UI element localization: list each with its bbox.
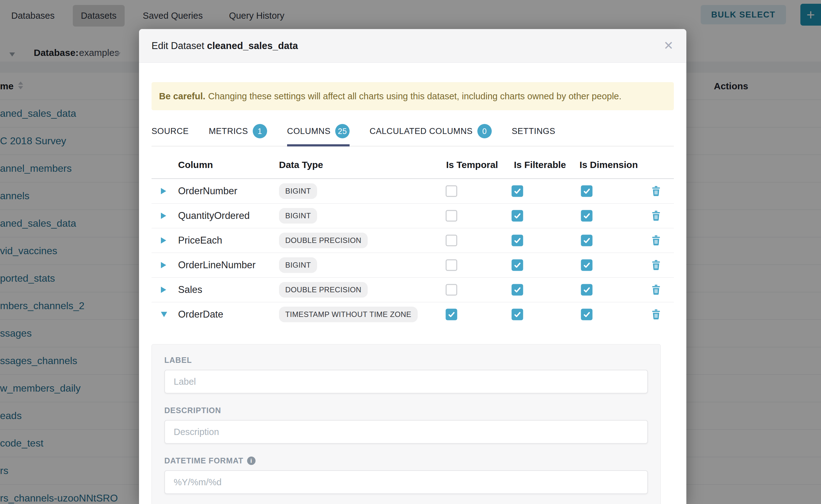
data-type-pill: DOUBLE PRECISION [279, 233, 368, 248]
collapse-caret-icon[interactable] [161, 312, 167, 317]
info-icon[interactable]: i [247, 457, 255, 465]
columns-count-badge: 25 [335, 124, 349, 138]
expand-caret-icon[interactable] [161, 237, 166, 244]
tab-calculated-columns-label: CALCULATED COLUMNS [369, 126, 473, 136]
warning-banner-bold: Be careful. [159, 91, 205, 101]
tab-settings-label: SETTINGS [512, 126, 556, 136]
datetime-format-input[interactable] [164, 470, 648, 494]
header-data-type: Data Type [279, 160, 323, 170]
is-temporal-checkbox[interactable] [446, 235, 458, 246]
metrics-count-badge: 1 [253, 124, 267, 138]
expand-caret-icon[interactable] [161, 188, 166, 194]
header-is-dimension: Is Dimension [580, 160, 638, 170]
label-field-label: LABEL [164, 356, 648, 365]
is-dimension-checkbox[interactable] [581, 210, 593, 222]
column-name: OrderNumber [178, 185, 237, 197]
modal-header: Edit Dataset cleaned_sales_data ✕ [139, 29, 686, 63]
column-name: PriceEach [178, 235, 222, 246]
data-type-pill: TIMESTAMP WITHOUT TIME ZONE [279, 307, 418, 322]
header-is-temporal: Is Temporal [446, 160, 498, 170]
column-name: OrderDate [178, 309, 223, 320]
columns-table-header: Column Data Type Is Temporal Is Filterab… [151, 151, 674, 179]
data-type-pill: BIGINT [279, 208, 317, 224]
columns-rows: OrderNumberBIGINTQuantityOrderedBIGINTPr… [151, 179, 674, 327]
description-input[interactable] [164, 420, 648, 444]
is-temporal-checkbox[interactable] [446, 210, 458, 222]
is-temporal-checkbox[interactable] [446, 259, 458, 271]
is-dimension-checkbox[interactable] [581, 309, 593, 320]
data-type-pill: BIGINT [279, 183, 317, 199]
is-filterable-checkbox[interactable] [512, 284, 523, 296]
is-temporal-checkbox[interactable] [446, 284, 458, 296]
close-icon[interactable]: ✕ [661, 38, 676, 53]
data-type-pill: DOUBLE PRECISION [279, 282, 368, 298]
warning-banner-text: Changing these settings will affect all … [208, 91, 621, 101]
modal-body: Be careful. Changing these settings will… [139, 82, 686, 504]
tab-source[interactable]: SOURCE [151, 120, 189, 146]
header-is-filterable: Is Filterable [514, 160, 566, 170]
modal-title: Edit Dataset cleaned_sales_data [151, 40, 298, 52]
tab-settings[interactable]: SETTINGS [512, 120, 556, 146]
delete-column-icon[interactable] [651, 309, 661, 320]
is-dimension-checkbox[interactable] [581, 235, 593, 246]
column-name: QuantityOrdered [178, 210, 250, 221]
column-row: PriceEachDOUBLE PRECISION [151, 228, 674, 253]
tab-metrics-label: METRICS [209, 126, 248, 136]
tab-columns[interactable]: COLUMNS 25 [287, 120, 349, 146]
is-temporal-checkbox[interactable] [446, 309, 458, 320]
column-name: Sales [178, 284, 202, 295]
delete-column-icon[interactable] [651, 284, 661, 295]
calculated-columns-count-badge: 0 [477, 124, 492, 138]
datetime-format-field-label: DATETIME FORMAT i [164, 456, 648, 465]
is-filterable-checkbox[interactable] [512, 259, 523, 271]
label-input[interactable] [164, 370, 648, 393]
description-field-label: DESCRIPTION [164, 406, 648, 415]
modal-tabs: SOURCE METRICS 1 COLUMNS 25 CALCULATED C… [151, 120, 674, 146]
column-row: OrderNumberBIGINT [151, 179, 674, 204]
screen: Databases Datasets Saved Queries Query H… [0, 0, 821, 504]
edit-dataset-modal: Edit Dataset cleaned_sales_data ✕ Be car… [139, 29, 686, 504]
modal-title-prefix: Edit Dataset [151, 40, 204, 51]
is-dimension-checkbox[interactable] [581, 185, 593, 197]
is-temporal-checkbox[interactable] [446, 185, 458, 197]
tab-calculated-columns[interactable]: CALCULATED COLUMNS 0 [369, 120, 492, 146]
modal-title-dataset: cleaned_sales_data [207, 40, 298, 51]
delete-column-icon[interactable] [651, 260, 661, 270]
delete-column-icon[interactable] [651, 235, 661, 246]
tab-metrics[interactable]: METRICS 1 [209, 120, 267, 146]
delete-column-icon[interactable] [651, 210, 661, 221]
is-filterable-checkbox[interactable] [512, 210, 523, 222]
delete-column-icon[interactable] [651, 186, 661, 196]
column-row: SalesDOUBLE PRECISION [151, 278, 674, 302]
warning-banner: Be careful. Changing these settings will… [151, 82, 674, 110]
tab-source-label: SOURCE [151, 126, 189, 136]
column-row: OrderDateTIMESTAMP WITHOUT TIME ZONE [151, 302, 674, 327]
tab-columns-label: COLUMNS [287, 126, 330, 136]
column-name: OrderLineNumber [178, 259, 255, 271]
columns-table: Column Data Type Is Temporal Is Filterab… [151, 151, 674, 327]
column-row: OrderLineNumberBIGINT [151, 253, 674, 278]
expand-caret-icon[interactable] [161, 262, 166, 268]
is-dimension-checkbox[interactable] [581, 259, 593, 271]
data-type-pill: BIGINT [279, 257, 317, 273]
is-filterable-checkbox[interactable] [512, 185, 523, 197]
is-filterable-checkbox[interactable] [512, 235, 523, 246]
expand-caret-icon[interactable] [161, 213, 166, 219]
is-dimension-checkbox[interactable] [581, 284, 593, 296]
header-column: Column [178, 160, 213, 170]
is-filterable-checkbox[interactable] [512, 309, 523, 320]
column-row: QuantityOrderedBIGINT [151, 204, 674, 228]
column-detail-panel: LABEL DESCRIPTION DATETIME FORMAT i [151, 344, 661, 504]
expand-caret-icon[interactable] [161, 287, 166, 293]
